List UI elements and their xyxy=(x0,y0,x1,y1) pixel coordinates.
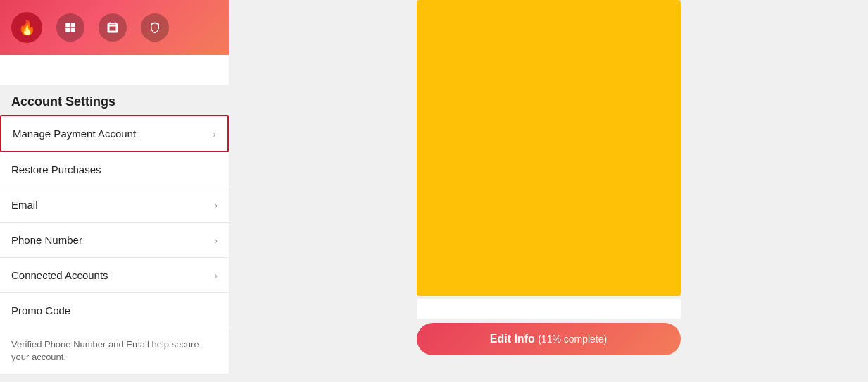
connected-accounts-menu-item[interactable]: Connected Accounts › xyxy=(0,258,229,293)
sidebar: 🔥 Account Settings Manage Payment Accoun… xyxy=(0,0,229,382)
chevron-right-icon: › xyxy=(213,128,216,140)
profile-bar xyxy=(0,55,229,85)
promo-code-label: Promo Code xyxy=(11,304,70,316)
chevron-right-icon: › xyxy=(214,270,218,281)
flame-icon: 🔥 xyxy=(18,19,36,36)
edit-info-button[interactable]: Edit Info (11% complete) xyxy=(417,323,681,355)
tinder-logo[interactable]: 🔥 xyxy=(11,12,42,43)
manage-payment-menu-item[interactable]: Manage Payment Account › xyxy=(0,115,229,152)
account-settings-title: Account Settings xyxy=(0,85,229,115)
manage-payment-label: Manage Payment Account xyxy=(13,128,136,140)
completion-percentage: (11% complete) xyxy=(538,333,607,345)
phone-number-label: Phone Number xyxy=(11,234,82,246)
matches-nav-button[interactable] xyxy=(99,13,127,42)
chevron-right-icon: › xyxy=(214,199,218,211)
main-panel: Edit Info (11% complete) xyxy=(229,0,868,382)
connected-accounts-label: Connected Accounts xyxy=(11,269,108,281)
safety-nav-button[interactable] xyxy=(141,13,169,42)
email-menu-item[interactable]: Email › xyxy=(0,187,229,223)
sidebar-header: 🔥 xyxy=(0,0,229,55)
edit-info-label: Edit Info xyxy=(490,333,535,345)
security-footer-note: Verified Phone Number and Email help sec… xyxy=(0,328,229,374)
discover-nav-button[interactable] xyxy=(56,13,84,42)
restore-purchases-label: Restore Purchases xyxy=(11,164,101,175)
chevron-right-icon: › xyxy=(214,235,218,246)
promo-code-menu-item[interactable]: Promo Code xyxy=(0,293,229,328)
card-white-strip xyxy=(417,299,681,319)
restore-purchases-menu-item[interactable]: Restore Purchases xyxy=(0,152,229,187)
bag-icon xyxy=(106,21,119,34)
profile-card-image xyxy=(417,0,681,296)
shield-icon xyxy=(149,21,161,34)
discover-icon xyxy=(64,21,77,34)
email-label: Email xyxy=(11,199,38,211)
phone-number-menu-item[interactable]: Phone Number › xyxy=(0,223,229,258)
